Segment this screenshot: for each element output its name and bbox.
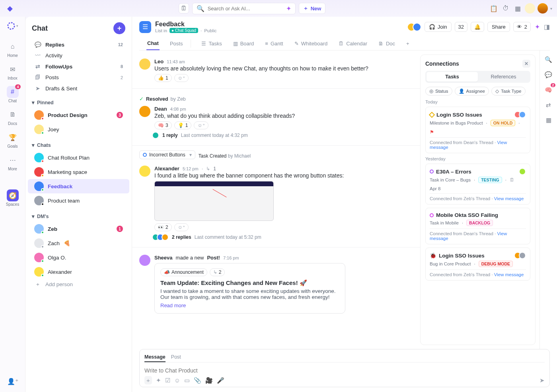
tab-gantt[interactable]: ≡Gantt xyxy=(262,37,284,50)
filter-status[interactable]: ◎Status xyxy=(425,87,452,96)
connection-card[interactable]: Login SSO Issues Milestone in Bugs Produ… xyxy=(425,107,530,153)
reaction-brain[interactable]: 🧠 3 xyxy=(154,121,172,129)
timer-icon[interactable]: ⏱ xyxy=(501,3,510,14)
apps-grid-icon[interactable]: ▦ xyxy=(513,3,522,14)
reaction-eyes[interactable]: 👀 2 xyxy=(154,223,172,231)
dm-alexander[interactable]: Alexander xyxy=(28,265,129,279)
ai-sparkle-icon[interactable]: ✦ xyxy=(156,377,161,384)
view-message-link[interactable]: View message xyxy=(494,272,524,277)
composer-tab-message[interactable]: Message xyxy=(144,353,166,362)
tab-calendar[interactable]: 🗓Calendar xyxy=(335,37,368,50)
pinned-product-design[interactable]: Product Design3 xyxy=(28,108,129,122)
chat-rollout[interactable]: Chat Rollout Plan xyxy=(28,150,129,165)
view-message-link[interactable]: View message xyxy=(494,196,524,201)
share-button[interactable]: Share xyxy=(487,22,510,32)
connection-card[interactable]: 🐞Login SSO Issues Bug in Core Product · … xyxy=(425,248,530,281)
reaction-thumbsup[interactable]: 👍 1 xyxy=(154,74,172,82)
close-icon[interactable]: ✕ xyxy=(522,60,530,68)
task-icon[interactable]: ☑ xyxy=(165,377,170,384)
search-input[interactable] xyxy=(208,6,283,12)
video-icon[interactable]: 🎥 xyxy=(205,377,213,384)
global-search[interactable]: 🔍 ✦ xyxy=(192,3,296,14)
chat-marketing[interactable]: Marketing space xyxy=(28,165,129,179)
folder-chip[interactable]: ●Chat Squad xyxy=(169,28,198,33)
tab-tasks[interactable]: ☰Tasks xyxy=(198,37,222,50)
connection-card[interactable]: E30A – Errors Task in Core – Bugs · TEST… xyxy=(425,164,530,205)
pinned-section-header[interactable]: ▾Pinned xyxy=(25,94,132,108)
dm-olga[interactable]: Olga O. xyxy=(28,250,129,265)
nav-activity[interactable]: 〰Activity xyxy=(28,50,129,61)
nav-goals[interactable]: 🏆 Goals xyxy=(3,131,22,148)
nav-drafts[interactable]: ➤Drafts & Sent xyxy=(28,83,129,94)
tab-posts[interactable]: Posts xyxy=(167,37,184,50)
nav-inbox[interactable]: ✉ Inbox xyxy=(3,63,22,80)
tab-chat[interactable]: Chat xyxy=(146,37,160,50)
add-reaction-button[interactable]: ☺⁺ xyxy=(174,223,189,231)
reaction-bulb[interactable]: 💡 1 xyxy=(174,121,192,129)
new-button[interactable]: ＋ New xyxy=(299,3,326,14)
composer-input[interactable] xyxy=(144,365,545,376)
post-card[interactable]: 📣Announcement ↳2 Team Update: Exciting C… xyxy=(154,263,345,314)
nav-chat[interactable]: 4 # Chat xyxy=(3,86,22,103)
nav-posts[interactable]: 🗐Posts2 xyxy=(28,72,129,83)
dms-section-header[interactable]: ▾DM's xyxy=(25,208,132,222)
notifications-button[interactable]: 🔔 xyxy=(471,22,484,32)
chat-product-team[interactable]: Product team xyxy=(28,193,129,208)
clipboard-icon[interactable]: 📋 xyxy=(489,3,499,14)
add-person[interactable]: +Add person xyxy=(28,279,129,290)
composer-tab-post[interactable]: Post xyxy=(171,353,181,362)
nav-docs[interactable]: 🗎 Docs xyxy=(3,109,22,126)
add-reaction-button[interactable]: ☺⁺ xyxy=(174,74,189,82)
pinned-joey[interactable]: Joey xyxy=(28,122,129,137)
followers-button[interactable]: 👁2 xyxy=(513,22,531,32)
invite-people[interactable]: 👤⁺ xyxy=(3,375,22,387)
segment-tasks[interactable]: Tasks xyxy=(427,72,478,82)
nav-replies[interactable]: 💬Replies12 xyxy=(28,39,129,50)
workspace-logo[interactable]: ▾ xyxy=(7,20,19,32)
send-button[interactable]: ➤ xyxy=(539,377,545,384)
apps-icon[interactable]: ▦ xyxy=(543,115,554,125)
comments-icon[interactable]: 💬 xyxy=(543,70,554,80)
person-icon: 👤 xyxy=(459,88,464,94)
nav-followups[interactable]: ⇄FollowUps8 xyxy=(28,61,129,72)
segment-references[interactable]: References xyxy=(478,72,529,82)
calendar-icon[interactable]: 🗓 xyxy=(179,3,189,14)
thread-replies[interactable]: 1 reply Last comment today at 4:32 pm xyxy=(154,132,413,139)
gif-icon[interactable]: ▭ xyxy=(184,377,190,384)
search-icon[interactable]: 🔍 xyxy=(543,55,554,65)
join-button[interactable]: 🎧Join xyxy=(425,22,452,32)
user-avatar xyxy=(139,166,150,177)
dm-zeb[interactable]: Zeb1 xyxy=(28,222,129,236)
ai-sparkle-icon[interactable]: ✦ xyxy=(534,23,541,31)
read-more-link[interactable]: Read more xyxy=(160,302,339,308)
member-count-button[interactable]: 32 xyxy=(455,22,467,32)
tab-doc[interactable]: 🗎Doc xyxy=(375,37,396,50)
chevron-down-icon[interactable]: ▾ xyxy=(189,152,192,158)
emoji-icon[interactable]: ☺ xyxy=(174,377,180,384)
connection-card[interactable]: Mobile Okta SSO Failing Task in Mobile ·… xyxy=(425,208,530,244)
thread-replies[interactable]: 2 replies Last comment today at 5:32 pm xyxy=(154,234,413,241)
filter-task-type[interactable]: ◇Task Type xyxy=(491,87,526,96)
attach-file-icon[interactable]: 📎 xyxy=(194,377,201,384)
tab-whiteboard[interactable]: ✎Whiteboard xyxy=(291,37,328,50)
user-avatar[interactable] xyxy=(538,3,548,14)
audio-icon[interactable]: 🎤 xyxy=(217,377,224,384)
chat-feedback[interactable]: Feedback xyxy=(28,179,129,193)
image-attachment[interactable] xyxy=(154,181,274,221)
add-attachment-button[interactable]: + xyxy=(144,376,152,384)
nav-spaces[interactable]: 🧭 Spaces xyxy=(3,189,22,207)
chevron-down-icon[interactable]: ▾ xyxy=(550,6,552,11)
chats-section-header[interactable]: ▾Chats xyxy=(25,137,132,150)
filter-assignee[interactable]: 👤Assignee xyxy=(455,87,489,96)
connections-icon[interactable]: ⇄ xyxy=(543,100,554,110)
panel-toggle-icon[interactable]: ◨ xyxy=(544,23,550,31)
add-reaction-button[interactable]: ☺⁺ xyxy=(194,121,208,129)
add-view-button[interactable]: + xyxy=(403,37,410,50)
nav-home[interactable]: ⌂ Home xyxy=(3,41,22,58)
task-pill[interactable]: Incorrect Buttons▾ xyxy=(139,150,195,159)
dm-zach[interactable]: Zach🍕 xyxy=(28,236,129,250)
ai-brain-icon[interactable]: 🧠2 xyxy=(543,85,554,95)
new-chat-button[interactable]: + xyxy=(113,22,125,34)
nav-more[interactable]: ⋯ More xyxy=(3,154,22,171)
tab-board[interactable]: ▥Board xyxy=(230,37,255,50)
